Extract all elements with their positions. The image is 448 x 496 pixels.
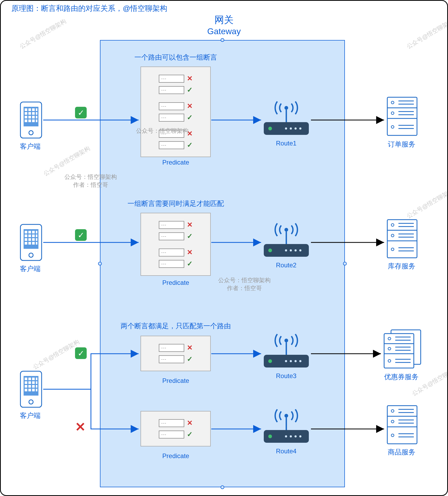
watermark: 公众号：悟空聊架构 [136,127,188,135]
watermark: 公众号：悟空聊架构作者：悟空哥 [218,276,271,292]
watermark: 公众号：悟空聊架构作者：悟空哥 [64,173,117,189]
diagram-canvas: 原理图：断言和路由的对应关系，@悟空聊架构 网关 Gateway 一个路由可以包… [0,0,448,496]
arrows-layer [1,1,448,496]
